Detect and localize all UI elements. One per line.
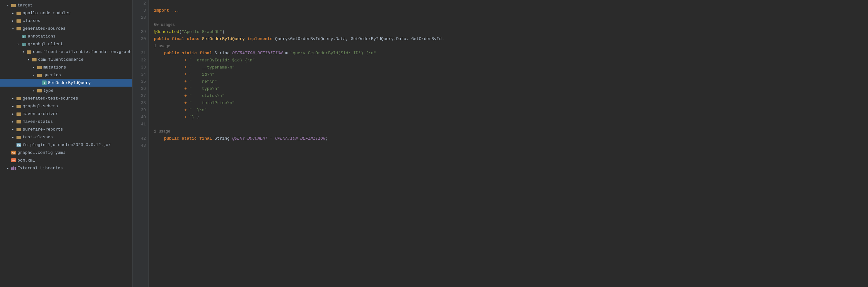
code-line-42: public static final String QUERY_DOCUMEN…	[154, 135, 863, 142]
tree-item-com-fluentretail[interactable]: com.fluentretail.rubix.foundation.graph	[0, 48, 132, 56]
tree-label-get-order-by-id-query: GetOrderByIdQuery	[48, 81, 91, 85]
svg-rect-13	[37, 89, 42, 92]
arrow-com-fluentcommerce	[26, 57, 31, 62]
folder-icon-classes	[16, 18, 21, 23]
tree-item-type[interactable]: type	[0, 87, 132, 94]
tree-item-generated-sources[interactable]: generated-sources	[0, 25, 132, 32]
tree-label-classes: classes	[23, 19, 40, 23]
tree-item-com-fluentcommerce[interactable]: com.fluentcommerce	[0, 56, 132, 63]
tree-item-graphql-client[interactable]: g graphql-client	[0, 40, 132, 48]
str-ref: " ref\n"	[189, 78, 217, 85]
arrow-test-classes	[10, 134, 16, 139]
field-op-def: OPERATION_DEFINITION	[232, 50, 283, 57]
tree-item-graphql-schema[interactable]: graphql-schema	[0, 102, 132, 110]
tree-item-target[interactable]: target	[0, 1, 132, 9]
arrow-queries	[31, 72, 36, 77]
tree-item-pom-xml[interactable]: XML pom.xml	[0, 156, 132, 164]
tree-label-external-libraries: External Libraries	[18, 166, 63, 171]
folder-icon-annotations: g	[21, 34, 27, 39]
tree-label-graphql-client: graphql-client	[28, 42, 63, 46]
file-tree[interactable]: target apollo-node-modules classes gener…	[0, 0, 133, 287]
plus-38: +	[184, 100, 187, 107]
svg-rect-17	[17, 120, 21, 124]
ln-31: 31	[134, 50, 146, 57]
kw-class: class	[187, 36, 199, 43]
folder-icon-target	[11, 3, 16, 8]
paren-close: )	[222, 28, 225, 36]
tree-item-queries[interactable]: queries	[0, 71, 132, 79]
arrow-graphql-schema	[10, 103, 16, 108]
tree-item-mutations[interactable]: mutations	[0, 63, 132, 71]
ln-34: 34	[134, 71, 146, 78]
tree-item-apollo[interactable]: apollo-node-modules	[0, 9, 132, 17]
code-line-38: + " totalPrice\n"	[154, 100, 863, 107]
folder-icon-generated-test-sources	[16, 96, 21, 101]
svg-rect-16	[17, 113, 21, 116]
plus-33: +	[184, 64, 187, 71]
code-line-usages-60: 60 usages	[154, 21, 863, 28]
iface-query: Query<GetOrderByIdQuery.Data, GetOrderBy…	[275, 36, 442, 43]
svg-rect-19	[17, 136, 21, 139]
svg-text:YML: YML	[12, 152, 15, 154]
arrow-graphql-client	[16, 41, 21, 46]
ln-usage1	[134, 21, 146, 28]
kw-static-31: static	[182, 50, 197, 57]
tree-label-com-fluentcommerce: com.fluentcommerce	[38, 57, 84, 62]
field-op-def-ref: OPERATION_DEFINITION	[275, 135, 326, 142]
code-line-34: + " id\n"	[154, 71, 863, 78]
kw-static-42: static	[182, 135, 197, 142]
tree-label-fc-plugin-ljd: fc-plugin-ljd-custom2023-0.0.12.jar	[23, 142, 111, 148]
tree-item-maven-status[interactable]: maven-status	[0, 118, 132, 125]
svg-rect-3	[17, 20, 21, 23]
space5	[273, 36, 275, 43]
ln-37: 37	[134, 92, 146, 100]
tree-item-graphql-config[interactable]: YML graphql.config.yaml	[0, 149, 132, 156]
tree-item-get-order-by-id-query[interactable]: J GetOrderByIdQuery	[0, 79, 132, 87]
arrow-apollo	[10, 10, 16, 15]
code-line-28	[154, 14, 863, 21]
space4	[245, 36, 247, 43]
keyword-import: import	[154, 7, 169, 14]
svg-rect-14	[17, 97, 21, 100]
code-line-41	[154, 121, 863, 128]
ln-29: 29	[134, 28, 146, 36]
plus-32: +	[184, 57, 187, 64]
kw-implements: implements	[247, 36, 273, 43]
indent-39	[154, 107, 184, 114]
usage-count-60: 60 usages	[154, 21, 175, 28]
tree-item-generated-test-sources[interactable]: generated-test-sources	[0, 94, 132, 102]
folder-icon-queries	[37, 72, 42, 77]
code-line-30: public final class GetOrderByIdQuery imp…	[154, 36, 863, 43]
type-string-31: String	[214, 50, 229, 57]
import-ellipsis: ...	[169, 7, 179, 14]
tree-item-annotations[interactable]: g annotations	[0, 32, 132, 40]
tree-item-classes[interactable]: classes	[0, 17, 132, 25]
code-line-40: + "}";	[154, 114, 863, 121]
field-query-doc: QUERY_DOCUMENT	[232, 135, 268, 142]
tree-item-external-libraries[interactable]: External Libraries	[0, 164, 132, 172]
kw-public-42: public	[164, 135, 179, 142]
svg-rect-2	[17, 12, 21, 15]
indent-34	[154, 71, 184, 78]
str-typename: " __typename\n"	[189, 64, 235, 71]
usage-count-1b: 1 usage	[154, 128, 170, 135]
svg-text:g: g	[23, 43, 24, 46]
tree-item-maven-archiver[interactable]: maven-archiver	[0, 110, 132, 118]
code-content[interactable]: import ... 60 usages @Generated("Apollo …	[149, 0, 868, 287]
code-line-35: + " ref\n"	[154, 78, 863, 85]
code-line-43	[154, 142, 863, 149]
tree-item-fc-plugin-ljd[interactable]: JAR fc-plugin-ljd-custom2023-0.0.12.jar	[0, 141, 132, 149]
ln-usage3	[134, 128, 146, 135]
tree-label-graphql-config: graphql.config.yaml	[18, 150, 65, 155]
tree-item-test-classes[interactable]: test-classes	[0, 133, 132, 141]
arrow-annotations	[16, 34, 21, 39]
tree-item-surefire-reports[interactable]: surefire-reports	[0, 125, 132, 133]
arrow-maven-archiver	[10, 111, 16, 116]
code-line-37: + " status\n"	[154, 92, 863, 100]
arrow-generated-test-sources	[10, 96, 16, 101]
ln-35: 35	[134, 78, 146, 85]
tree-label-apollo: apollo-node-modules	[23, 11, 70, 15]
folder-icon-generated-sources	[16, 26, 21, 31]
indent-31	[154, 50, 164, 57]
arrow-maven-status	[10, 119, 16, 124]
